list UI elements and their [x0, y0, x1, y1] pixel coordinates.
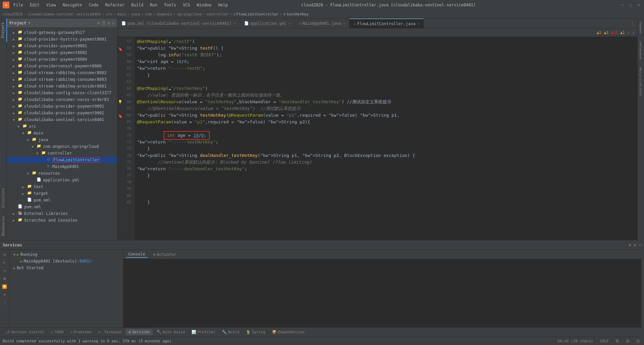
project-settings-btn[interactable]: ⚙	[108, 21, 110, 25]
gear-icon[interactable]: ⚙	[634, 243, 636, 247]
tree-item[interactable]: ▶📁cloud-stream-rabbitmq-consumer8802	[7, 69, 117, 76]
tree-item[interactable]: ▶📁cloud-provider-payment8004	[7, 56, 117, 63]
recent-files-btn[interactable]: ⋮	[630, 21, 635, 26]
sidebar-tab-bookmarks[interactable]: Bookmarks	[0, 212, 7, 240]
tree-item[interactable]: ▶📁cloud-stream-rabbitmq-consumer8803	[7, 76, 117, 83]
menu-window[interactable]: Window	[196, 2, 213, 8]
menu-edit[interactable]: Edit	[29, 2, 41, 8]
settings-icon[interactable]: ⚙	[629, 243, 631, 247]
tree-item[interactable]: ▶📁cloud-stream-rabbitmq-provider8801	[7, 83, 117, 90]
tree-item[interactable]: ▶📁cloudalibaba-consumer-nacos-order83	[7, 96, 117, 103]
breadcrumb-method[interactable]: testHotKey	[286, 12, 309, 16]
tree-item[interactable]: ▼📁resources	[7, 170, 117, 177]
close-button[interactable]: ✕	[636, 2, 641, 8]
position-indicator[interactable]: 66:42 (10 chars)	[556, 338, 595, 344]
tree-item[interactable]: ▶📁target	[7, 190, 117, 197]
tree-item[interactable]: ▶📁cloud-provider-payment8002	[7, 49, 117, 56]
expand-all-btn[interactable]: ⇥	[1, 267, 8, 274]
project-locate-btn[interactable]: ⊕	[97, 21, 100, 25]
breadcrumb-part[interactable]: angenin	[157, 12, 172, 16]
tree-item[interactable]: 📄pom.xml	[7, 197, 117, 204]
menu-view[interactable]: View	[45, 2, 57, 8]
encoding-indicator[interactable]: CRLF	[599, 338, 610, 344]
tree-item[interactable]: ▼📁src	[7, 123, 117, 130]
menu-help[interactable]: Help	[217, 2, 229, 8]
group-btn[interactable]: ⊞	[1, 275, 8, 282]
minimize-button[interactable]: ─	[620, 2, 625, 8]
tree-item[interactable]: ▼📁cloudalibaba-sentinel-service8401	[7, 116, 117, 123]
tree-item[interactable]: ▶📁cloud-providerconsul-payment8006	[7, 63, 117, 69]
menu-navigate[interactable]: Navigate	[61, 2, 84, 8]
tree-item[interactable]: ▶📁cloud-provider-hystrix-payment8001	[7, 36, 117, 43]
minimize-panel-icon[interactable]: ─	[639, 243, 641, 247]
btab-problems[interactable]: ⚠ Problems	[67, 329, 94, 335]
breadcrumb-part[interactable]: cloud2020	[3, 12, 23, 16]
sidebar-tab-project[interactable]: Project	[0, 18, 7, 42]
tab-application-yml[interactable]: 📄 application.yml ✕	[240, 18, 295, 28]
scroll-down-btn[interactable]: ↓	[632, 31, 635, 35]
breadcrumb-class[interactable]: FlowLimitController	[236, 12, 279, 16]
tab-pom-xml[interactable]: 📄 pom.xml (cloudalibaba-sentinel-service…	[117, 18, 240, 28]
maximize-button[interactable]: □	[628, 2, 633, 8]
collapse-all-btn[interactable]: ⇤	[1, 259, 8, 266]
tree-item[interactable]: ▼📁com.angenin.springcloud	[7, 143, 117, 150]
tab-mainapp[interactable]: ☕ MainApp8401.java ✕	[295, 18, 350, 28]
menu-refactor[interactable]: Refactor	[104, 2, 126, 8]
breadcrumb-part[interactable]: java	[131, 12, 140, 16]
more-btn[interactable]: ⋮	[1, 299, 8, 306]
btab-terminal[interactable]: >_ Terminal	[96, 329, 124, 335]
tab-close-flowlimit[interactable]: ✕	[417, 22, 419, 25]
project-close-btn[interactable]: ✕	[112, 21, 114, 25]
tree-item[interactable]: ▼📁main	[7, 130, 117, 136]
project-collapse-btn[interactable]: ☰	[102, 21, 106, 25]
btab-spring[interactable]: 🍃 Spring	[243, 329, 268, 335]
tab-actuator[interactable]: ⚙ Actuator	[151, 251, 178, 257]
menu-vcs[interactable]: VCS	[181, 2, 192, 8]
menu-run[interactable]: Run	[149, 2, 159, 8]
breadcrumb-part[interactable]: main	[117, 12, 126, 16]
tree-item[interactable]: ▶📁test	[7, 183, 117, 190]
service-port-link[interactable]: :8401/	[77, 259, 92, 264]
btab-dependencies[interactable]: 📦 Dependencies	[269, 329, 307, 335]
tree-item[interactable]: ▶📁cloudalibaba-provider-payment9001	[7, 103, 117, 110]
tree-item[interactable]: 📄pom.xml	[7, 204, 117, 210]
menu-file[interactable]: File	[12, 2, 24, 8]
tree-item[interactable]: ▼📁java	[7, 136, 117, 143]
tree-item[interactable]: 📄application.yml	[7, 177, 117, 183]
btab-profiler[interactable]: 📊 Profiler	[189, 329, 218, 335]
tree-item[interactable]: ▶📁cloud-gateway-gateway9527	[7, 29, 117, 36]
menu-tools[interactable]: Tools	[163, 2, 177, 8]
breadcrumb-part[interactable]: src	[106, 12, 112, 16]
tab-close-mainapp[interactable]: ✕	[343, 21, 345, 25]
tab-console[interactable]: Console	[126, 251, 147, 258]
project-dropdown-icon[interactable]: ▼	[29, 21, 31, 25]
filter-btn[interactable]: 🔽	[1, 283, 8, 290]
breadcrumb-part[interactable]: com	[145, 12, 152, 16]
bottom-panel-scrollbar[interactable]	[641, 0, 644, 345]
lang-indicator-1[interactable]: 英	[614, 338, 621, 344]
lang-indicator-2[interactable]: 勿	[625, 338, 631, 344]
btab-services[interactable]: ⚙ Services	[126, 329, 153, 335]
breadcrumb-part[interactable]: springcloud	[177, 12, 202, 16]
tab-close-yml[interactable]: ✕	[288, 21, 290, 25]
menu-build[interactable]: Build	[130, 2, 145, 8]
menu-code[interactable]: Code	[88, 2, 100, 8]
service-mainapp[interactable]: ▶ MainApp8401 [devtools] :8401/	[11, 258, 122, 265]
tab-flowlimit[interactable]: ☕ FlowLimitController.java ✕	[350, 18, 424, 28]
scroll-up-btn[interactable]: ↑	[628, 31, 630, 35]
btab-build[interactable]: 🔧 Build	[219, 329, 242, 335]
sidebar-tab-structure[interactable]: Structure	[0, 184, 7, 212]
tree-item[interactable]: ▶📁Scratches and Consoles	[7, 217, 117, 224]
code-content[interactable]: @GetMapping(☁"/testF") "kw">public "kw">…	[134, 37, 637, 240]
tree-item[interactable]: ▶📁cloudalibaba-provider-payment9002	[7, 110, 117, 116]
btab-todo[interactable]: ☑ TODO	[48, 329, 66, 335]
tree-item[interactable]: ▶📁cloud-provider-payment8001	[7, 43, 117, 49]
btab-version-control[interactable]: ⎇ Version Control	[3, 329, 47, 335]
breadcrumb-part[interactable]: controller	[206, 12, 228, 16]
add-btn[interactable]: +	[1, 291, 8, 298]
rerun-btn[interactable]: ↺	[1, 251, 8, 258]
tree-item[interactable]: ▶📚External Libraries	[7, 210, 117, 217]
service-not-started-folder[interactable]: ▶ Not Started	[11, 265, 122, 271]
tab-close-pom[interactable]: ✕	[234, 21, 236, 25]
tree-item[interactable]: ©MainApp8401	[7, 163, 117, 170]
